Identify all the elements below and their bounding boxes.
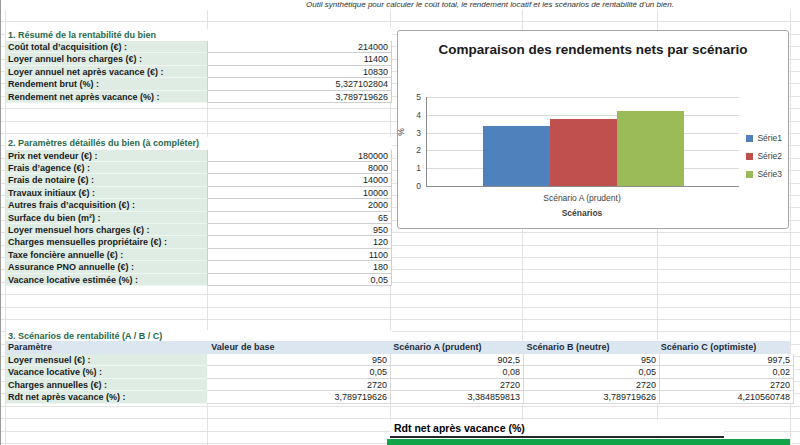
scenario-c-cell[interactable]: 0,02 xyxy=(660,366,794,378)
table-row: Frais de notaire (€) : 14000 xyxy=(6,174,392,186)
table-row: Coût total d’acquisition (€) : 214000 xyxy=(6,41,392,53)
header-parametre[interactable]: Paramètre xyxy=(6,341,203,354)
chart-title: Comparaison des rendements nets par scén… xyxy=(428,40,758,60)
scenario-c-cell[interactable]: 997,5 xyxy=(660,354,794,366)
row-label-cell[interactable]: Vacance locative estimée (%) : xyxy=(6,274,207,286)
table-row: Charges annuelles (€) : 2720 2720 2720 2… xyxy=(6,379,794,391)
scenario-a-cell[interactable]: 0,08 xyxy=(391,366,524,378)
legend-swatch-icon xyxy=(746,171,753,178)
row-value-cell[interactable]: 3,789719626 xyxy=(207,91,392,103)
header-scenario-c[interactable]: Scénario C (optimiste) xyxy=(658,341,790,354)
row-label-cell[interactable]: Travaux initiaux (€) : xyxy=(6,187,207,199)
x-axis-title: Scénarios xyxy=(426,208,738,218)
row-value-cell[interactable]: 214000 xyxy=(207,41,392,53)
row-label-cell[interactable]: Rdt net après vacance (%) : xyxy=(6,391,207,403)
base-value-cell[interactable]: 3,789719626 xyxy=(207,391,391,403)
row-value-cell[interactable]: 8000 xyxy=(207,162,392,174)
scenario-table-header: Paramètre Valeur de base Scénario A (pru… xyxy=(6,341,790,354)
row-value-cell[interactable]: 180 xyxy=(207,261,392,273)
row-label-cell[interactable]: Vacance locative (%) : xyxy=(6,366,207,378)
bar-Série1[interactable] xyxy=(483,126,550,186)
row-label-cell[interactable]: Loyer mensuel (€) : xyxy=(6,354,207,366)
row-value-cell[interactable]: 0,05 xyxy=(207,274,392,286)
scenario-a-cell[interactable]: 3,384859813 xyxy=(391,391,524,403)
row-value-cell[interactable]: 11400 xyxy=(207,53,392,65)
row-label-cell[interactable]: Frais d’agence (€) : xyxy=(6,162,207,174)
y-tick-label: 2 xyxy=(416,145,421,155)
row-label-cell[interactable]: Loyer mensuel hors charges (€) : xyxy=(6,224,207,236)
header-valeur-de-base[interactable]: Valeur de base xyxy=(203,341,389,354)
scenario-rows: Loyer mensuel (€) : 950 902,5 950 997,5 … xyxy=(6,354,794,404)
base-value-cell[interactable]: 950 xyxy=(207,354,391,366)
y-tick-label: 3 xyxy=(416,128,421,138)
row-value-cell[interactable]: 180000 xyxy=(207,150,392,162)
table-row: Assurance PNO annuelle (€) : 180 xyxy=(6,261,392,273)
table-row: Rendement brut (%) : 5,327102804 xyxy=(6,78,392,90)
row-label-cell[interactable]: Assurance PNO annuelle (€) : xyxy=(6,261,207,273)
bar-chart[interactable]: Comparaison des rendements nets par scén… xyxy=(397,30,789,229)
legend-item[interactable]: Série3 xyxy=(746,165,782,183)
row-label-cell[interactable]: Loyer annuel hors charges (€) : xyxy=(6,53,207,65)
legend-label: Série2 xyxy=(757,151,782,161)
table-row: Rendement net après vacance (%) : 3,7897… xyxy=(6,91,392,103)
legend-swatch-icon xyxy=(746,153,753,160)
header-scenario-a[interactable]: Scénario A (prudent) xyxy=(389,341,521,354)
header-scenario-b[interactable]: Scénario B (neutre) xyxy=(522,341,658,354)
base-value-cell[interactable]: 0,05 xyxy=(207,366,391,378)
legend-item[interactable]: Série2 xyxy=(746,147,782,165)
table-row: Charges mensuelles propriétaire (€) : 12… xyxy=(6,236,392,248)
bar-Série3[interactable] xyxy=(617,111,684,186)
row-value-cell[interactable]: 10830 xyxy=(207,66,392,78)
y-axis-ticks: 012345 xyxy=(400,97,424,186)
row-label-cell[interactable]: Prix net vendeur (€) : xyxy=(6,150,207,162)
scenario-c-cell[interactable]: 4,210560748 xyxy=(660,391,794,403)
table-row: Vacance locative estimée (%) : 0,05 xyxy=(6,274,392,286)
row-value-cell[interactable]: 950 xyxy=(207,224,392,236)
row-value-cell[interactable]: 65 xyxy=(207,212,392,224)
y-tick-label: 4 xyxy=(416,110,421,120)
scenario-c-cell[interactable]: 2720 xyxy=(660,379,794,391)
row-value-cell[interactable]: 10000 xyxy=(207,187,392,199)
row-label-cell[interactable]: Charges mensuelles propriétaire (€) : xyxy=(6,236,207,248)
table-row: Loyer mensuel (€) : 950 902,5 950 997,5 xyxy=(6,354,794,366)
table-row: Rdt net après vacance (%) : 3,789719626 … xyxy=(6,391,794,403)
row-value-cell[interactable]: 120 xyxy=(207,236,392,248)
sheet-left-edge xyxy=(0,0,1,445)
scenario-b-cell[interactable]: 2720 xyxy=(524,379,660,391)
row-label-cell[interactable]: Frais de notaire (€) : xyxy=(6,174,207,186)
scenario-b-cell[interactable]: 950 xyxy=(524,354,660,366)
footer-chart-label[interactable]: Rdt net après vacance (%) xyxy=(390,420,724,438)
scenario-a-cell[interactable]: 902,5 xyxy=(391,354,524,366)
params-rows: Prix net vendeur (€) : 180000 Frais d’ag… xyxy=(6,150,392,286)
row-label-cell[interactable]: Rendement brut (%) : xyxy=(6,78,207,90)
legend-swatch-icon xyxy=(746,135,753,142)
table-row: Loyer mensuel hors charges (€) : 950 xyxy=(6,224,392,236)
row-label-cell[interactable]: Rendement net après vacance (%) : xyxy=(6,91,207,103)
row-value-cell[interactable]: 1100 xyxy=(207,249,392,261)
section-2-heading[interactable]: 2. Paramètres détaillés du bien (à compl… xyxy=(6,137,392,149)
row-value-cell[interactable]: 2000 xyxy=(207,199,392,211)
table-row: Autres frais d’acquisition (€) : 2000 xyxy=(6,199,392,211)
row-label-cell[interactable]: Autres frais d’acquisition (€) : xyxy=(6,199,207,211)
row-value-cell[interactable]: 14000 xyxy=(207,174,392,186)
row-label-cell[interactable]: Coût total d’acquisition (€) : xyxy=(6,41,207,53)
spreadsheet: Outil synthétique pour calculer le coût … xyxy=(0,0,800,445)
table-row: Frais d’agence (€) : 8000 xyxy=(6,162,392,174)
scenario-a-cell[interactable]: 2720 xyxy=(391,379,524,391)
bar-Série2[interactable] xyxy=(550,119,617,186)
table-row: Surface du bien (m²) : 65 xyxy=(6,212,392,224)
row-value-cell[interactable]: 5,327102804 xyxy=(207,78,392,90)
legend-item[interactable]: Série1 xyxy=(746,129,782,147)
chart-gridline xyxy=(427,97,739,98)
row-label-cell[interactable]: Charges annuelles (€) : xyxy=(6,379,207,391)
section-1-heading[interactable]: 1. Résumé de la rentabilité du bien xyxy=(6,29,392,41)
x-category-label: Scénario A (prudent) xyxy=(426,193,738,203)
row-label-cell[interactable]: Loyer annuel net après vacance (€) : xyxy=(6,66,207,78)
row-label-cell[interactable]: Surface du bien (m²) : xyxy=(6,212,207,224)
row-label-cell[interactable]: Taxe foncière annuelle (€) : xyxy=(6,249,207,261)
scenario-b-cell[interactable]: 3,789719626 xyxy=(524,391,660,403)
table-row: Prix net vendeur (€) : 180000 xyxy=(6,150,392,162)
table-row: Taxe foncière annuelle (€) : 1100 xyxy=(6,249,392,261)
base-value-cell[interactable]: 2720 xyxy=(207,379,391,391)
scenario-b-cell[interactable]: 0,05 xyxy=(524,366,660,378)
